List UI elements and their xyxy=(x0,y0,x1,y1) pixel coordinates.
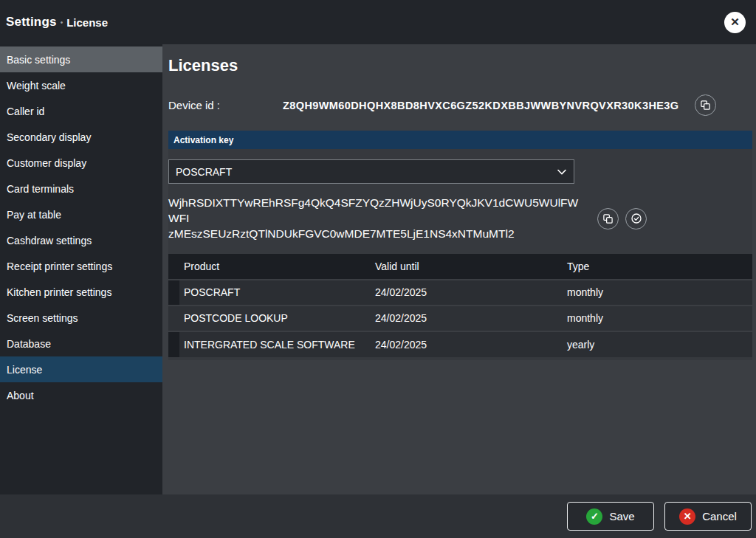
cell-type: monthly xyxy=(563,280,752,306)
close-button[interactable]: ✕ xyxy=(724,12,746,33)
activation-key-value: WjhRSDIXTTYwREhRSFg4QkQ4SFZYQzZHWjUyS0RY… xyxy=(168,196,585,242)
activation-key-line2: zMEszSEUzRztQTlNDUkFGVC0wMDE7MTE5LjE1NS4… xyxy=(168,227,585,242)
activation-key-header-label: Activation key xyxy=(173,135,233,145)
cell-product: POSTCODE LOOKUP xyxy=(179,306,371,331)
sidebar-item-kitchen-printer-settings[interactable]: Kitchen printer settings xyxy=(0,279,162,305)
activation-key-row: WjhRSDIXTTYwREhRSFg4QkQ4SFZYQzZHWjUyS0RY… xyxy=(168,196,752,242)
table-row: POSTCODE LOOKUP 24/02/2025 monthly xyxy=(168,306,752,331)
cancel-button-label: Cancel xyxy=(702,510,737,523)
check-circle-icon xyxy=(630,213,642,224)
footer-bar: ✓ Save ✕ Cancel xyxy=(0,494,756,538)
sidebar-item-caller-id[interactable]: Caller id xyxy=(0,98,162,124)
save-button-label: Save xyxy=(609,510,634,523)
sidebar-item-weight-scale[interactable]: Weight scale xyxy=(0,72,162,98)
copy-device-id-button[interactable] xyxy=(695,94,716,116)
breadcrumb-license: License xyxy=(66,16,108,29)
sidebar-item-basic-settings[interactable]: Basic settings xyxy=(0,46,162,72)
sidebar-item-card-terminals[interactable]: Card terminals xyxy=(0,176,162,201)
sidebar-item-receipt-printer-settings[interactable]: Receipt printer settings xyxy=(0,253,162,279)
license-table: Product Valid until Type POSCRAFT 24/02/… xyxy=(168,254,752,357)
validate-activation-key-button[interactable] xyxy=(625,208,647,230)
sidebar-item-about[interactable]: About xyxy=(0,382,162,408)
cell-valid-until: 24/02/2025 xyxy=(371,331,563,357)
cell-product: POSCRAFT xyxy=(179,280,371,306)
sidebar-item-customer-display[interactable]: Customer display xyxy=(0,150,162,176)
product-select-value: POSCRAFT xyxy=(176,166,232,178)
sidebar-item-cashdraw-settings[interactable]: Cashdraw settings xyxy=(0,227,162,253)
table-row: POSCRAFT 24/02/2025 monthly xyxy=(168,280,752,306)
cell-type: yearly xyxy=(563,331,752,357)
license-table-header-row: Product Valid until Type xyxy=(168,254,752,280)
copy-icon xyxy=(602,213,614,224)
close-icon: ✕ xyxy=(730,15,740,29)
cell-product: INTERGRATED SCALE SOFTWARE xyxy=(179,331,371,357)
row-stub xyxy=(168,306,179,331)
activation-key-actions xyxy=(597,208,647,230)
activation-key-line1: WjhRSDIXTTYwREhRSFg4QkQ4SFZYQzZHWjUyS0RY… xyxy=(168,196,585,227)
row-stub xyxy=(168,254,179,280)
titlebar: Settings • License ✕ xyxy=(0,0,756,44)
page-title: Licenses xyxy=(168,56,752,75)
row-stub xyxy=(168,280,179,306)
device-id-label: Device id : xyxy=(168,99,283,111)
cell-valid-until: 24/02/2025 xyxy=(371,280,563,306)
save-button[interactable]: ✓ Save xyxy=(567,502,654,531)
activation-key-section-header: Activation key xyxy=(168,131,752,149)
breadcrumb-settings: Settings xyxy=(6,15,57,30)
device-id-value: Z8QH9WM60DHQHX8BD8HVXC6GZ52KDXBBJWWBYNVR… xyxy=(283,100,678,111)
column-header-product: Product xyxy=(179,254,371,280)
activation-key-panel: POSCRAFT WjhRSDIXTTYwREhRSFg4QkQ4SFZYQzZ… xyxy=(168,149,752,360)
cell-valid-until: 24/02/2025 xyxy=(371,306,563,331)
sidebar-item-secondary-display[interactable]: Secondary display xyxy=(0,124,162,150)
copy-activation-key-button[interactable] xyxy=(597,208,619,230)
row-stub xyxy=(168,331,179,357)
sidebar-item-database[interactable]: Database xyxy=(0,331,162,356)
cell-type: monthly xyxy=(563,306,752,331)
sidebar-item-license[interactable]: License xyxy=(0,356,162,382)
chevron-down-icon xyxy=(557,169,566,175)
column-header-type: Type xyxy=(563,254,752,280)
cancel-x-icon: ✕ xyxy=(679,508,695,525)
sidebar-item-pay-at-table[interactable]: Pay at table xyxy=(0,201,162,227)
sidebar: Basic settings Weight scale Caller id Se… xyxy=(0,44,162,494)
main-content: Licenses Device id : Z8QH9WM60DHQHX8BD8H… xyxy=(162,44,756,494)
sidebar-item-screen-settings[interactable]: Screen settings xyxy=(0,305,162,331)
column-header-valid-until: Valid until xyxy=(371,254,563,280)
device-id-row: Device id : Z8QH9WM60DHQHX8BD8HVXC6GZ52K… xyxy=(168,94,752,116)
copy-icon xyxy=(700,100,711,111)
table-row: INTERGRATED SCALE SOFTWARE 24/02/2025 ye… xyxy=(168,331,752,357)
save-check-icon: ✓ xyxy=(586,508,602,525)
product-select[interactable]: POSCRAFT xyxy=(168,159,574,184)
cancel-button[interactable]: ✕ Cancel xyxy=(664,502,752,531)
breadcrumb-separator: • xyxy=(61,18,63,27)
